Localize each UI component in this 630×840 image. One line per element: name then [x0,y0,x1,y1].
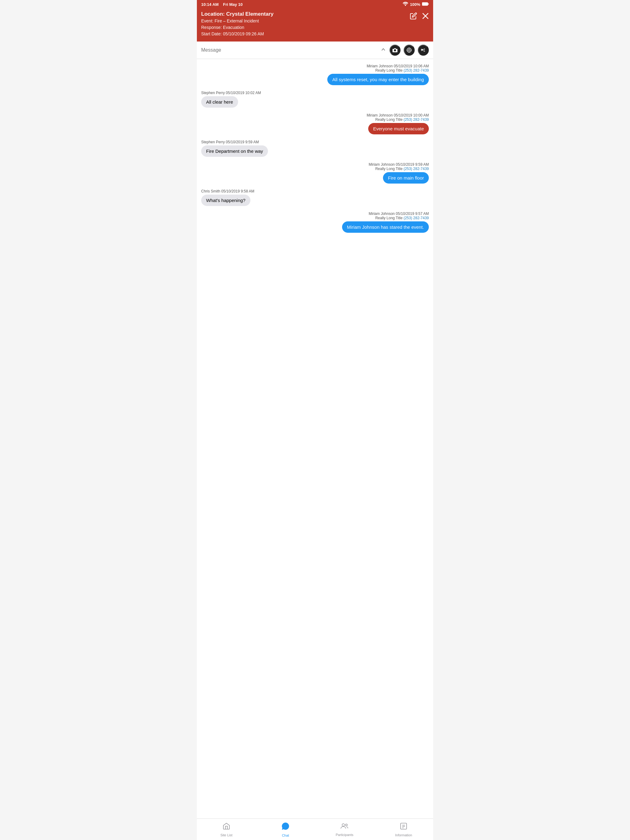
status-time-date: 10:14 AM Fri May 10 [201,2,243,7]
participants-icon [340,823,349,832]
wifi-icon [403,2,408,7]
battery-icon [422,2,429,7]
message-bubble: All systems reset, you may enter the bui… [327,74,429,85]
nav-chat-label: Chat [282,834,289,837]
message-group: Miriam Johnson 05/10/2019 9:57 AM Really… [201,212,429,233]
target-button[interactable] [404,44,415,56]
nav-participants-label: Participants [336,833,353,837]
svg-point-5 [407,48,411,52]
msg-meta: Miriam Johnson 05/10/2019 10:00 AM Reall… [367,113,429,122]
nav-chat[interactable]: Chat [256,819,315,840]
message-bubble: Miriam Johnson has stared the event. [342,221,429,233]
message-bubble: All clear here [201,96,238,107]
nav-information[interactable]: Information [374,819,433,840]
svg-point-0 [405,5,406,6]
message-bar-icons [389,44,429,56]
message-group: Stephen Perry 05/10/2019 10:02 AM All cl… [201,91,429,107]
nav-information-label: Information [395,833,412,837]
event-info: Location: Crystal Elementary Event: Fire… [201,11,410,37]
status-right: 100% [403,2,429,7]
msg-meta: Miriam Johnson 05/10/2019 9:57 AM Really… [369,212,429,220]
chat-icon [281,822,290,832]
msg-meta: Chris Smith 05/10/2019 9:58 AM [201,189,255,193]
close-button[interactable] [422,13,429,21]
msg-meta: Stephen Perry 05/10/2019 10:02 AM [201,91,261,95]
msg-meta: Miriam Johnson 05/10/2019 9:59 AM Really… [369,163,429,171]
svg-rect-1 [422,2,428,6]
event-location: Location: Crystal Elementary [201,11,410,17]
information-icon [400,822,408,832]
svg-rect-2 [428,3,429,5]
msg-meta: Miriam Johnson 05/10/2019 10:06 AM Reall… [367,64,429,73]
bottom-nav: Site List Chat Participants [197,818,433,840]
status-date: Fri May 10 [223,2,243,7]
message-bar [197,41,433,59]
message-input[interactable] [201,47,377,53]
svg-point-6 [408,49,410,51]
broadcast-button[interactable] [418,44,429,56]
header-actions [410,11,429,22]
msg-meta: Stephen Perry 05/10/2019 9:59 AM [201,140,259,144]
message-group: Stephen Perry 05/10/2019 9:59 AM Fire De… [201,140,429,157]
chat-area: Miriam Johnson 05/10/2019 10:06 AM Reall… [197,59,433,818]
edit-button[interactable] [410,12,417,22]
event-response: Response: Evacuation [201,24,410,31]
status-bar: 10:14 AM Fri May 10 100% [197,0,433,9]
message-bubble: Fire on main floor [383,172,429,183]
status-time: 10:14 AM [201,2,219,7]
nav-site-list-label: Site List [220,833,232,837]
message-bubble: Everyone must evacuate [368,123,429,134]
event-start-date: Start Date: 05/10/2019 09:26 AM [201,31,410,37]
nav-site-list[interactable]: Site List [197,819,256,840]
event-header: Location: Crystal Elementary Event: Fire… [197,9,433,41]
message-group: Miriam Johnson 05/10/2019 9:59 AM Really… [201,163,429,183]
battery-percent: 100% [410,2,420,7]
message-group: Miriam Johnson 05/10/2019 10:00 AM Reall… [201,113,429,134]
chevron-up-icon [381,47,386,54]
camera-button[interactable] [389,44,400,56]
message-bubble: Fire Department on the way [201,145,268,157]
nav-participants[interactable]: Participants [315,819,374,840]
svg-point-12 [345,824,347,826]
svg-point-11 [342,824,345,826]
svg-rect-13 [400,823,407,829]
message-group: Chris Smith 05/10/2019 9:58 AM What's ha… [201,189,429,206]
message-group: Miriam Johnson 05/10/2019 10:06 AM Reall… [201,64,429,85]
message-bubble: What's happening? [201,195,250,206]
home-icon [222,822,230,832]
event-type: Event: Fire – External Incident [201,18,410,24]
